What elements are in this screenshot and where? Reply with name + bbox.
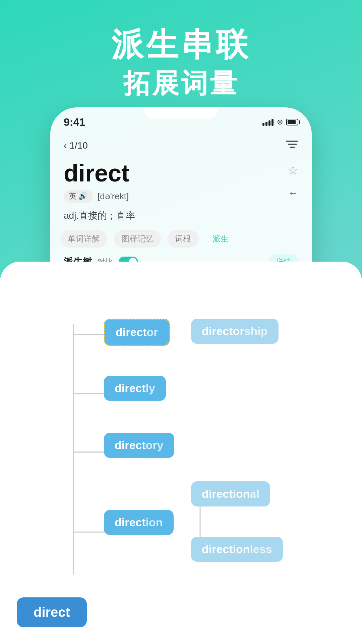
tree-lines-svg	[0, 262, 362, 644]
node-direction[interactable]: direction	[104, 510, 174, 535]
lower-card: director directorship directly directory…	[0, 262, 362, 644]
header-title-line2: 拓展词量	[0, 66, 362, 102]
eng-badge[interactable]: 英 🔊	[64, 190, 93, 203]
back-arrow-icon[interactable]: ←	[288, 187, 298, 199]
signal-icon	[262, 118, 274, 126]
tab-image-memory[interactable]: 图样记忆	[114, 230, 161, 248]
tab-derivative[interactable]: 派生	[205, 230, 236, 248]
phone-time: 9:41	[64, 116, 85, 128]
back-chevron-icon: ‹	[64, 140, 67, 151]
word-header: direct ☆	[64, 160, 298, 186]
node-directly[interactable]: directly	[104, 376, 166, 401]
node-directory[interactable]: directory	[104, 433, 174, 458]
tab-word-detail[interactable]: 单词详解	[60, 230, 107, 248]
node-directory-text: directory	[115, 439, 164, 451]
phone-notch	[144, 107, 218, 119]
node-direct-root[interactable]: direct	[17, 597, 87, 627]
pronunciation-type: 英	[69, 191, 76, 201]
header-section: 派生串联 拓展词量	[0, 0, 362, 115]
nav-bar: ‹ 1/10	[50, 134, 312, 157]
tab-root[interactable]: 词根	[168, 230, 198, 248]
node-director-text: director	[116, 326, 158, 338]
header-title-line1: 派生串联	[0, 27, 362, 62]
pronunciation-row: 英 🔊 [də'rekt]	[64, 190, 298, 203]
node-directionless[interactable]: directionless	[191, 537, 283, 562]
node-direction-text: direction	[115, 516, 163, 529]
filter-icon[interactable]	[286, 140, 298, 151]
sound-icon: 🔊	[78, 192, 87, 201]
word-main: direct	[64, 160, 129, 186]
node-directorship-text: directorship	[202, 325, 268, 337]
node-direct-root-text: direct	[34, 605, 70, 620]
nav-back-button[interactable]: ‹ 1/10	[64, 140, 88, 151]
phonetic: [də'rekt]	[98, 191, 129, 202]
node-directional-text: directional	[202, 487, 259, 500]
battery-icon	[286, 119, 298, 125]
wifi-icon: ⊛	[277, 118, 283, 126]
node-directional[interactable]: directional	[191, 481, 270, 506]
star-icon[interactable]: ☆	[288, 163, 298, 177]
node-directorship[interactable]: directorship	[191, 319, 279, 344]
word-section: direct ☆ 英 🔊 [də'rekt] ← adj.直接的；直率	[50, 157, 312, 222]
tabs-row: 单词详解 图样记忆 词根 派生	[50, 222, 312, 248]
node-directly-text: directly	[115, 382, 155, 394]
word-definition: adj.直接的；直率	[64, 209, 298, 222]
tree-container: director directorship directly directory…	[0, 262, 362, 644]
page-indicator: 1/10	[69, 140, 88, 151]
node-directionless-text: directionless	[202, 543, 272, 555]
status-icons: ⊛	[262, 118, 298, 126]
node-director[interactable]: director	[104, 319, 170, 346]
